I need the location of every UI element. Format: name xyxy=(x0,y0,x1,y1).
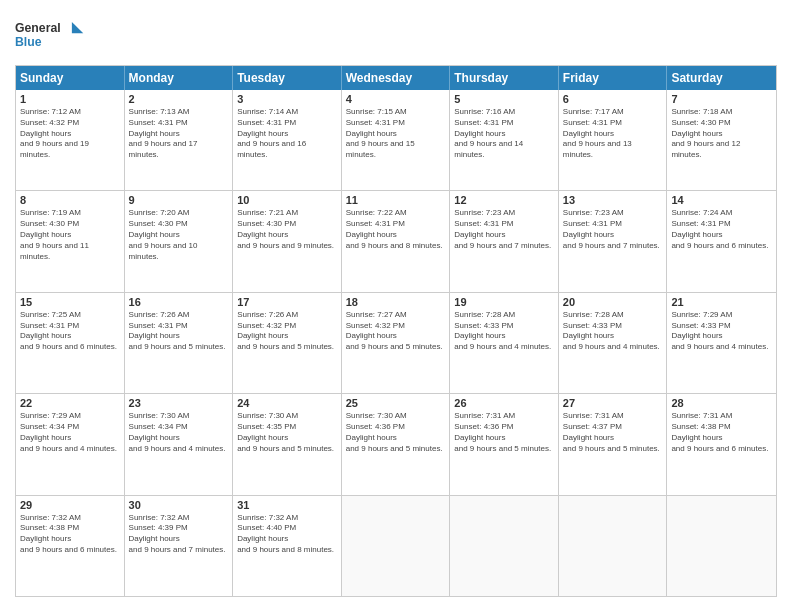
cell-info: Sunrise: 7:20 AMSunset: 4:30 PMDaylight … xyxy=(129,208,229,262)
logo: General Blue xyxy=(15,15,85,55)
cell-info: Sunrise: 7:23 AMSunset: 4:31 PMDaylight … xyxy=(563,208,663,251)
cell-info: Sunrise: 7:16 AMSunset: 4:31 PMDaylight … xyxy=(454,107,554,161)
day-number: 30 xyxy=(129,499,229,511)
calendar-cell: 22 Sunrise: 7:29 AMSunset: 4:34 PMDaylig… xyxy=(16,394,125,494)
day-number: 6 xyxy=(563,93,663,105)
cell-info: Sunrise: 7:15 AMSunset: 4:31 PMDaylight … xyxy=(346,107,446,161)
day-number: 17 xyxy=(237,296,337,308)
day-number: 18 xyxy=(346,296,446,308)
calendar-cell: 18 Sunrise: 7:27 AMSunset: 4:32 PMDaylig… xyxy=(342,293,451,393)
cell-info: Sunrise: 7:31 AMSunset: 4:36 PMDaylight … xyxy=(454,411,554,454)
calendar-cell xyxy=(450,496,559,596)
day-of-week-tuesday: Tuesday xyxy=(233,66,342,90)
calendar-cell: 5 Sunrise: 7:16 AMSunset: 4:31 PMDayligh… xyxy=(450,90,559,190)
cell-info: Sunrise: 7:28 AMSunset: 4:33 PMDaylight … xyxy=(454,310,554,353)
day-number: 12 xyxy=(454,194,554,206)
calendar-header: SundayMondayTuesdayWednesdayThursdayFrid… xyxy=(16,66,776,90)
day-number: 26 xyxy=(454,397,554,409)
day-number: 15 xyxy=(20,296,120,308)
svg-text:Blue: Blue xyxy=(15,35,42,49)
calendar-cell xyxy=(559,496,668,596)
day-number: 19 xyxy=(454,296,554,308)
calendar-cell: 23 Sunrise: 7:30 AMSunset: 4:34 PMDaylig… xyxy=(125,394,234,494)
calendar-row-5: 29 Sunrise: 7:32 AMSunset: 4:38 PMDaylig… xyxy=(16,496,776,596)
day-number: 24 xyxy=(237,397,337,409)
day-number: 8 xyxy=(20,194,120,206)
calendar-cell: 21 Sunrise: 7:29 AMSunset: 4:33 PMDaylig… xyxy=(667,293,776,393)
cell-info: Sunrise: 7:14 AMSunset: 4:31 PMDaylight … xyxy=(237,107,337,161)
cell-info: Sunrise: 7:28 AMSunset: 4:33 PMDaylight … xyxy=(563,310,663,353)
calendar-cell: 4 Sunrise: 7:15 AMSunset: 4:31 PMDayligh… xyxy=(342,90,451,190)
calendar-cell: 3 Sunrise: 7:14 AMSunset: 4:31 PMDayligh… xyxy=(233,90,342,190)
day-number: 23 xyxy=(129,397,229,409)
page: General Blue SundayMondayTuesdayWednesda… xyxy=(0,0,792,612)
day-number: 31 xyxy=(237,499,337,511)
calendar-cell: 7 Sunrise: 7:18 AMSunset: 4:30 PMDayligh… xyxy=(667,90,776,190)
calendar-cell: 13 Sunrise: 7:23 AMSunset: 4:31 PMDaylig… xyxy=(559,191,668,291)
calendar-cell: 25 Sunrise: 7:30 AMSunset: 4:36 PMDaylig… xyxy=(342,394,451,494)
cell-info: Sunrise: 7:32 AMSunset: 4:40 PMDaylight … xyxy=(237,513,337,556)
svg-marker-2 xyxy=(72,22,83,33)
day-number: 20 xyxy=(563,296,663,308)
calendar-row-1: 1 Sunrise: 7:12 AMSunset: 4:32 PMDayligh… xyxy=(16,90,776,191)
day-number: 4 xyxy=(346,93,446,105)
cell-info: Sunrise: 7:32 AMSunset: 4:38 PMDaylight … xyxy=(20,513,120,556)
cell-info: Sunrise: 7:23 AMSunset: 4:31 PMDaylight … xyxy=(454,208,554,251)
cell-info: Sunrise: 7:22 AMSunset: 4:31 PMDaylight … xyxy=(346,208,446,251)
day-number: 9 xyxy=(129,194,229,206)
calendar-body: 1 Sunrise: 7:12 AMSunset: 4:32 PMDayligh… xyxy=(16,90,776,596)
calendar: SundayMondayTuesdayWednesdayThursdayFrid… xyxy=(15,65,777,597)
calendar-cell: 30 Sunrise: 7:32 AMSunset: 4:39 PMDaylig… xyxy=(125,496,234,596)
cell-info: Sunrise: 7:32 AMSunset: 4:39 PMDaylight … xyxy=(129,513,229,556)
day-number: 16 xyxy=(129,296,229,308)
cell-info: Sunrise: 7:25 AMSunset: 4:31 PMDaylight … xyxy=(20,310,120,353)
day-number: 27 xyxy=(563,397,663,409)
calendar-cell: 8 Sunrise: 7:19 AMSunset: 4:30 PMDayligh… xyxy=(16,191,125,291)
cell-info: Sunrise: 7:29 AMSunset: 4:34 PMDaylight … xyxy=(20,411,120,454)
day-number: 28 xyxy=(671,397,772,409)
cell-info: Sunrise: 7:17 AMSunset: 4:31 PMDaylight … xyxy=(563,107,663,161)
cell-info: Sunrise: 7:26 AMSunset: 4:32 PMDaylight … xyxy=(237,310,337,353)
day-number: 2 xyxy=(129,93,229,105)
day-of-week-monday: Monday xyxy=(125,66,234,90)
calendar-cell: 2 Sunrise: 7:13 AMSunset: 4:31 PMDayligh… xyxy=(125,90,234,190)
day-number: 13 xyxy=(563,194,663,206)
day-number: 22 xyxy=(20,397,120,409)
calendar-row-2: 8 Sunrise: 7:19 AMSunset: 4:30 PMDayligh… xyxy=(16,191,776,292)
cell-info: Sunrise: 7:12 AMSunset: 4:32 PMDaylight … xyxy=(20,107,120,161)
calendar-cell: 20 Sunrise: 7:28 AMSunset: 4:33 PMDaylig… xyxy=(559,293,668,393)
cell-info: Sunrise: 7:19 AMSunset: 4:30 PMDaylight … xyxy=(20,208,120,262)
cell-info: Sunrise: 7:24 AMSunset: 4:31 PMDaylight … xyxy=(671,208,772,251)
calendar-cell: 31 Sunrise: 7:32 AMSunset: 4:40 PMDaylig… xyxy=(233,496,342,596)
calendar-cell: 17 Sunrise: 7:26 AMSunset: 4:32 PMDaylig… xyxy=(233,293,342,393)
calendar-cell: 12 Sunrise: 7:23 AMSunset: 4:31 PMDaylig… xyxy=(450,191,559,291)
day-of-week-sunday: Sunday xyxy=(16,66,125,90)
day-number: 21 xyxy=(671,296,772,308)
calendar-cell: 16 Sunrise: 7:26 AMSunset: 4:31 PMDaylig… xyxy=(125,293,234,393)
calendar-cell: 28 Sunrise: 7:31 AMSunset: 4:38 PMDaylig… xyxy=(667,394,776,494)
svg-text:General: General xyxy=(15,21,61,35)
cell-info: Sunrise: 7:13 AMSunset: 4:31 PMDaylight … xyxy=(129,107,229,161)
day-number: 1 xyxy=(20,93,120,105)
day-of-week-thursday: Thursday xyxy=(450,66,559,90)
calendar-cell: 27 Sunrise: 7:31 AMSunset: 4:37 PMDaylig… xyxy=(559,394,668,494)
cell-info: Sunrise: 7:29 AMSunset: 4:33 PMDaylight … xyxy=(671,310,772,353)
cell-info: Sunrise: 7:26 AMSunset: 4:31 PMDaylight … xyxy=(129,310,229,353)
day-number: 10 xyxy=(237,194,337,206)
calendar-cell: 19 Sunrise: 7:28 AMSunset: 4:33 PMDaylig… xyxy=(450,293,559,393)
calendar-cell xyxy=(667,496,776,596)
calendar-cell: 1 Sunrise: 7:12 AMSunset: 4:32 PMDayligh… xyxy=(16,90,125,190)
cell-info: Sunrise: 7:31 AMSunset: 4:38 PMDaylight … xyxy=(671,411,772,454)
calendar-cell: 6 Sunrise: 7:17 AMSunset: 4:31 PMDayligh… xyxy=(559,90,668,190)
day-of-week-wednesday: Wednesday xyxy=(342,66,451,90)
logo-svg: General Blue xyxy=(15,15,85,55)
day-number: 5 xyxy=(454,93,554,105)
cell-info: Sunrise: 7:31 AMSunset: 4:37 PMDaylight … xyxy=(563,411,663,454)
calendar-cell: 29 Sunrise: 7:32 AMSunset: 4:38 PMDaylig… xyxy=(16,496,125,596)
calendar-cell: 14 Sunrise: 7:24 AMSunset: 4:31 PMDaylig… xyxy=(667,191,776,291)
cell-info: Sunrise: 7:30 AMSunset: 4:36 PMDaylight … xyxy=(346,411,446,454)
day-number: 3 xyxy=(237,93,337,105)
calendar-cell: 9 Sunrise: 7:20 AMSunset: 4:30 PMDayligh… xyxy=(125,191,234,291)
cell-info: Sunrise: 7:18 AMSunset: 4:30 PMDaylight … xyxy=(671,107,772,161)
calendar-row-3: 15 Sunrise: 7:25 AMSunset: 4:31 PMDaylig… xyxy=(16,293,776,394)
